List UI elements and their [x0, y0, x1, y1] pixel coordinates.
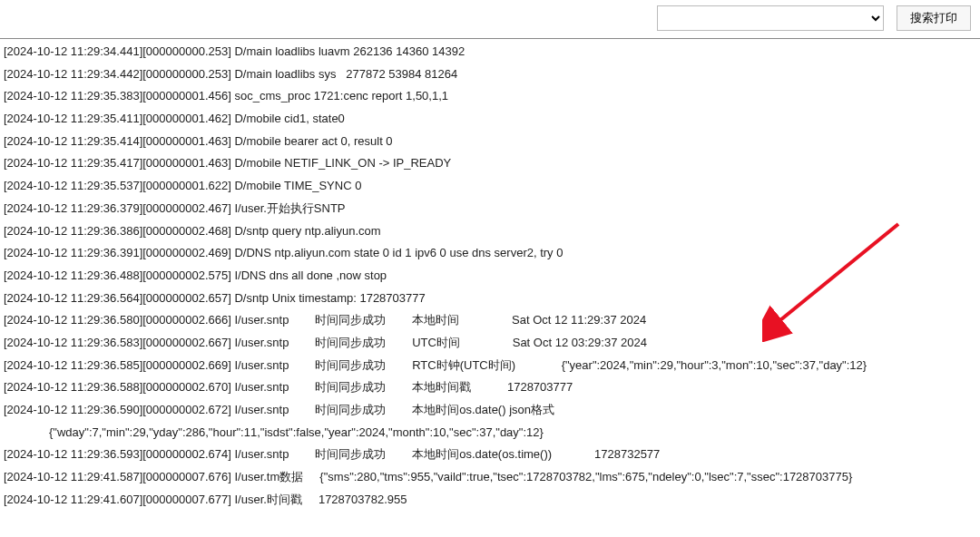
search-select[interactable] [657, 5, 884, 31]
log-line: [2024-10-12 11:29:34.442][000000000.253]… [4, 63, 976, 86]
log-line: [2024-10-12 11:29:36.593][000000002.674]… [4, 444, 976, 466]
log-line: {"wday":7,"min":29,"yday":286,"hour":11,… [4, 422, 976, 444]
log-line: [2024-10-12 11:29:36.386][000000002.468]… [4, 220, 976, 243]
log-line: [2024-10-12 11:29:34.441][000000000.253]… [4, 41, 976, 63]
log-line: [2024-10-12 11:29:36.588][000000002.670]… [4, 376, 976, 399]
log-line: [2024-10-12 11:29:36.488][000000002.575]… [4, 265, 976, 288]
log-line: [2024-10-12 11:29:36.590][000000002.672]… [4, 399, 976, 422]
log-output: [2024-10-12 11:29:34.441][000000000.253]… [0, 38, 980, 535]
log-line: [2024-10-12 11:29:36.379][000000002.467]… [4, 198, 976, 220]
search-print-button[interactable]: 搜索打印 [897, 5, 971, 31]
log-line: [2024-10-12 11:29:36.391][000000002.469]… [4, 242, 976, 265]
log-line: [2024-10-12 11:29:35.414][000000001.463]… [4, 131, 976, 153]
log-line: [2024-10-12 11:29:35.383][000000001.456]… [4, 85, 976, 108]
toolbar: 搜索打印 [0, 0, 980, 38]
log-line: [2024-10-12 11:29:35.537][000000001.622]… [4, 175, 976, 198]
log-line: [2024-10-12 11:29:36.580][000000002.666]… [4, 309, 976, 332]
log-line: [2024-10-12 11:29:35.417][000000001.463]… [4, 152, 976, 175]
log-line: [2024-10-12 11:29:36.564][000000002.657]… [4, 288, 976, 310]
log-line: [2024-10-12 11:29:36.585][000000002.669]… [4, 355, 976, 377]
log-line: [2024-10-12 11:29:35.411][000000001.462]… [4, 108, 976, 131]
log-line: [2024-10-12 11:29:41.587][000000007.676]… [4, 466, 976, 489]
log-line: [2024-10-12 11:29:41.607][000000007.677]… [4, 489, 976, 512]
log-line: [2024-10-12 11:29:36.583][000000002.667]… [4, 332, 976, 355]
